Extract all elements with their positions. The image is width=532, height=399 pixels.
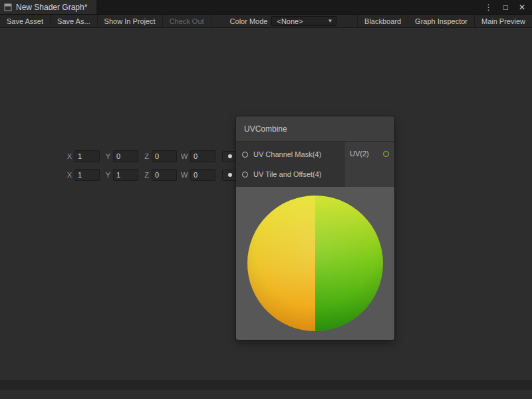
vector4-input-row-1: X Y Z W [65,150,238,163]
check-out-button: Check Out [163,15,211,27]
vector-field: W [181,169,215,181]
vector-field: W [181,150,215,162]
vector-field-label: X [65,171,72,179]
vector-field: Y [104,169,138,181]
maximize-icon[interactable]: □ [503,3,508,12]
chevron-down-icon: ▼ [328,18,333,24]
vector-field-input[interactable] [152,169,177,181]
vector-field-label: W [181,171,188,179]
bottom-strip [0,380,532,390]
port-dot-icon [228,173,232,177]
tab-title: New Shader Graph* [16,3,87,12]
node-title: UVCombine [244,124,287,134]
color-mode-value: <None> [277,17,303,25]
blackboard-button[interactable]: Blackboard [357,15,408,27]
output-port-label: UV(2) [350,150,369,158]
node-uvcombine[interactable]: UVCombine UV Channel Mask(4) UV Tile and… [236,116,394,340]
node-output-port: UV(2) [344,142,394,187]
vector-field: X [65,150,100,162]
node-header[interactable]: UVCombine [236,116,394,142]
save-asset-button[interactable]: Save Asset [0,15,51,27]
input-port-label: UV Tile and Offset(4) [253,170,322,178]
vector-field-input[interactable] [190,150,215,162]
color-mode-label: Color Mode [230,17,268,25]
vector-field: Z [142,150,177,162]
vector-field-label: Z [142,152,149,160]
vector-field-input[interactable] [152,150,177,162]
vector-field-input[interactable] [190,169,215,181]
show-in-project-button[interactable]: Show In Project [98,15,163,27]
input-port-label: UV Channel Mask(4) [253,150,321,158]
graph-inspector-button[interactable]: Graph Inspector [408,15,474,27]
color-mode-dropdown[interactable]: <None> ▼ [271,16,336,26]
vector4-input-row-2: X Y Z W [65,168,238,182]
vector-field: Z [142,169,177,181]
node-preview [236,187,394,340]
vector-field-input[interactable] [113,150,138,162]
port-dot-icon [228,154,232,158]
toolbar-right-group: Blackboard Graph Inspector Main Preview [357,15,532,27]
input-port-icon[interactable] [242,152,248,158]
vector-field-label: X [65,152,72,160]
vector-field-input[interactable] [74,150,100,162]
vector-field-input[interactable] [74,169,100,181]
uv-preview-sphere [247,196,383,331]
tab-new-shader-graph[interactable]: New Shader Graph* [0,0,96,14]
vector-field-label: Y [104,152,110,160]
vector-field-label: Z [142,171,149,179]
titlebar: New Shader Graph* ⋮ □ ✕ [0,0,532,15]
input-port-icon[interactable] [242,172,248,178]
output-port-icon[interactable] [383,151,389,157]
graph-canvas[interactable]: X Y Z W X Y Z W [0,28,532,390]
vector-field-label: W [181,152,188,160]
close-icon[interactable]: ✕ [519,3,525,12]
vector-field-input[interactable] [113,169,138,181]
vector-field: X [65,169,100,181]
input-port-row: UV Tile and Offset(4) [236,164,344,184]
color-mode-group: Color Mode <None> ▼ [230,15,337,27]
node-body: UV Channel Mask(4) UV Tile and Offset(4)… [236,142,394,187]
sphere-shading [247,196,383,331]
vector-field-label: Y [104,171,110,179]
shader-graph-icon [4,3,12,11]
toolbar: Save Asset Save As... Show In Project Ch… [0,15,532,28]
save-as-button[interactable]: Save As... [51,15,98,27]
node-input-ports: UV Channel Mask(4) UV Tile and Offset(4) [236,142,344,187]
vector-field: Y [104,150,138,162]
input-port-row: UV Channel Mask(4) [236,144,344,164]
kebab-menu-icon[interactable]: ⋮ [485,3,493,12]
window-controls: ⋮ □ ✕ [485,0,532,14]
main-preview-button[interactable]: Main Preview [474,15,532,27]
